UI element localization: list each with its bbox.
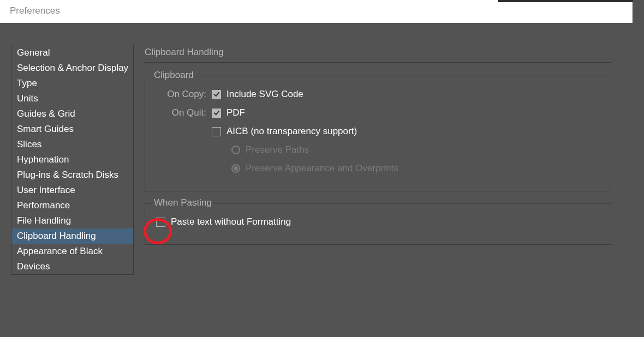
on-quit-label: On Quit: [156,107,212,118]
pdf-label: PDF [226,107,245,118]
include-svg-checkbox[interactable] [212,90,221,99]
aicb-row: AICB (no transparency support) [156,122,600,141]
sidebar-item-smart-guides[interactable]: Smart Guides [11,122,133,137]
preserve-appearance-label: Preserve Appearance and Overprints [246,163,398,174]
sidebar-item-slices[interactable]: Slices [11,137,133,152]
aicb-label: AICB (no transparency support) [226,126,357,137]
preserve-paths-row: Preserve Paths [156,141,600,159]
sidebar-item-file-handling[interactable]: File Handling [11,213,133,228]
pdf-checkbox[interactable] [212,109,221,118]
clipboard-group: Clipboard On Copy: Include SVG Code On Q… [145,76,611,191]
paste-text-row: Paste text without Formatting [156,213,600,231]
on-quit-row: On Quit: PDF [156,104,600,122]
sidebar-item-clipboard-handling[interactable]: Clipboard Handling [11,228,133,244]
checkmark-icon [213,109,219,116]
content-area: General Selection & Anchor Display Type … [0,23,633,286]
sidebar-item-performance[interactable]: Performance [11,198,133,213]
preserve-paths-radio[interactable] [231,146,240,154]
on-copy-label: On Copy: [156,89,212,100]
preserve-paths-label: Preserve Paths [246,145,309,155]
panel-title: Clipboard Handling [145,45,611,63]
paste-text-checkbox[interactable] [156,218,165,227]
sidebar-item-general[interactable]: General [11,45,133,61]
sidebar-item-devices[interactable]: Devices [11,259,133,274]
panel-main: Clipboard Handling Clipboard On Copy: In… [134,45,622,275]
on-copy-row: On Copy: Include SVG Code [156,85,600,104]
sidebar-item-appearance-black[interactable]: Appearance of Black [11,244,133,259]
preferences-window: Preferences General Selection & Anchor D… [0,0,633,337]
sidebar-item-type[interactable]: Type [11,76,133,91]
when-pasting-group: When Pasting Paste text without Formatti… [145,203,611,245]
sidebar-item-hyphenation[interactable]: Hyphenation [11,152,133,167]
include-svg-label: Include SVG Code [226,89,303,100]
paste-text-label: Paste text without Formatting [171,216,291,227]
decoration [498,0,633,2]
clipboard-legend: Clipboard [152,70,196,81]
sidebar-item-plugins-scratch[interactable]: Plug-ins & Scratch Disks [11,167,133,183]
sidebar-item-units[interactable]: Units [11,91,133,106]
sidebar-item-user-interface[interactable]: User Interface [11,183,133,198]
preserve-appearance-radio[interactable] [231,164,240,173]
when-pasting-legend: When Pasting [152,197,214,208]
window-title: Preferences [0,0,633,23]
checkmark-icon [213,91,219,97]
sidebar-item-guides-grid[interactable]: Guides & Grid [11,106,133,122]
preferences-sidebar: General Selection & Anchor Display Type … [11,45,134,275]
preserve-appearance-row: Preserve Appearance and Overprints [156,159,600,178]
sidebar-item-selection-anchor[interactable]: Selection & Anchor Display [11,61,133,76]
aicb-checkbox[interactable] [212,127,221,136]
